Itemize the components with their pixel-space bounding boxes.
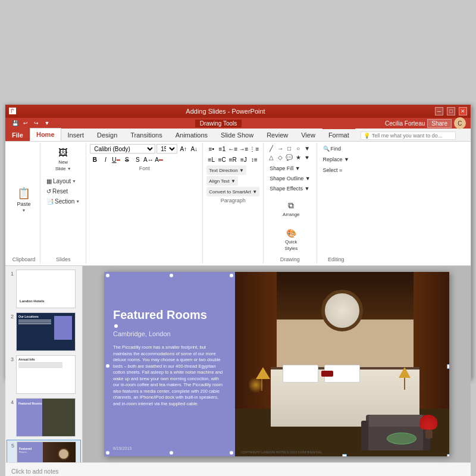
resize-handle-right[interactable]: [447, 364, 449, 369]
layout-button[interactable]: ▦ Layout▼: [44, 176, 82, 186]
shape-effects-button[interactable]: Shape Effects ▼: [267, 184, 312, 193]
handle-br[interactable]: [230, 451, 233, 455]
shape-oval[interactable]: ○: [294, 144, 302, 152]
slide-thumb-2[interactable]: 2 Our Locations: [7, 311, 81, 352]
reset-button[interactable]: ↺ Reset: [44, 186, 82, 196]
increase-indent-button[interactable]: →≡: [239, 144, 248, 154]
resize-handle-br[interactable]: [447, 454, 449, 456]
justify-button[interactable]: ≡J: [239, 155, 248, 164]
new-slide-button[interactable]: 🖼 NewSlide ▼: [48, 144, 78, 175]
shape-outline-button[interactable]: Shape Outline ▼: [267, 174, 312, 183]
undo-qat-button[interactable]: ↩: [21, 118, 30, 128]
shape-heart[interactable]: ♥: [303, 153, 311, 161]
slide-thumb-1[interactable]: 1 Landon Hotels: [7, 268, 81, 309]
slide-title[interactable]: Featured Rooms: [113, 308, 226, 322]
clipboard-group: 📋 Paste ▼ Clipboard: [8, 143, 40, 264]
shape-fill-button[interactable]: Shape Fill ▼: [267, 164, 312, 173]
slide-thumb-3[interactable]: 3 Annual Info: [7, 354, 81, 395]
font-group: Calibri (Body) 15 A↑ A↓ B I U S S: [86, 143, 203, 264]
handle-tl[interactable]: [106, 274, 109, 277]
close-button[interactable]: ✕: [459, 107, 467, 115]
bullets-button[interactable]: ≡•: [206, 144, 216, 154]
shape-tri[interactable]: △: [267, 153, 275, 161]
quick-styles-button[interactable]: 🎨 QuickStyles: [280, 224, 302, 255]
slide-thumb-4[interactable]: 4 Featured Rooms: [7, 397, 81, 438]
redo-qat-button[interactable]: ↪: [32, 118, 41, 128]
qat-customize-button[interactable]: ▼: [42, 118, 52, 128]
font-color-button[interactable]: A: [154, 155, 164, 164]
align-text-button[interactable]: Align Text ▼: [206, 176, 238, 186]
tell-me-input[interactable]: [372, 133, 453, 139]
minimize-button[interactable]: ─: [435, 107, 443, 115]
handle-ml[interactable]: [106, 364, 109, 368]
line-spacing-button[interactable]: ↕≡: [249, 155, 259, 164]
slide-preview-5[interactable]: Featured Rooms: [17, 441, 76, 462]
tab-review[interactable]: Review: [260, 128, 295, 141]
shape-line[interactable]: ╱: [267, 144, 275, 152]
tab-home[interactable]: Home: [30, 128, 61, 141]
decrease-indent-button[interactable]: ←≡: [228, 144, 237, 154]
slide-preview-4[interactable]: Featured Rooms: [16, 398, 76, 437]
tab-slideshow[interactable]: Slide Show: [214, 128, 260, 141]
slide-right-panel: COPYRIGHT LANDON HOTELS 2013 CONFIDENTIA…: [235, 272, 449, 456]
new-slide-icon: 🖼: [58, 148, 68, 158]
handle-tr[interactable]: [230, 274, 233, 277]
align-center-button[interactable]: ≡C: [217, 155, 227, 164]
strikethrough-button[interactable]: S: [122, 155, 131, 164]
paste-button[interactable]: 📋 Paste ▼: [11, 184, 36, 215]
numbering-button[interactable]: ≡1: [217, 144, 227, 154]
font-name-select[interactable]: Calibri (Body): [90, 144, 155, 154]
handle-bl[interactable]: [106, 451, 109, 455]
convert-smartart-button[interactable]: Convert to SmartArt ▼: [206, 187, 259, 196]
drawing-tools-tab[interactable]: Drawing Tools: [195, 120, 242, 127]
increase-font-size-button[interactable]: A↑: [178, 144, 188, 154]
bold-button[interactable]: B: [90, 155, 99, 164]
slide-canvas[interactable]: Featured Rooms Cambridge, London The Pic…: [104, 272, 449, 456]
notes-area[interactable]: Click to add notes: [5, 462, 471, 476]
find-button[interactable]: 🔍 Find: [321, 144, 344, 154]
decrease-font-size-button[interactable]: A↓: [189, 144, 199, 154]
shape-rect[interactable]: □: [285, 144, 293, 152]
align-left-button[interactable]: ≡L: [206, 155, 216, 164]
tab-animations[interactable]: Animations: [169, 128, 214, 141]
handle-tc[interactable]: [170, 274, 173, 277]
shape-callout[interactable]: 💬: [285, 153, 293, 161]
char-spacing-button[interactable]: A↔: [143, 155, 153, 164]
share-button[interactable]: Share: [427, 119, 452, 128]
save-qat-button[interactable]: 💾: [10, 118, 20, 128]
tab-design[interactable]: Design: [90, 128, 124, 141]
slide-preview-2[interactable]: Our Locations: [16, 312, 76, 351]
shape-arrow[interactable]: →: [276, 144, 284, 152]
tab-view[interactable]: View: [295, 128, 322, 141]
shadow-button[interactable]: S: [133, 155, 142, 164]
slide-subtitle[interactable]: Cambridge, London: [113, 330, 226, 337]
slide-body[interactable]: The Piccadilly room has a smaller footpr…: [113, 345, 226, 407]
align-right-button[interactable]: ≡R: [228, 155, 237, 164]
restore-button[interactable]: □: [447, 107, 455, 115]
tab-file[interactable]: File: [5, 128, 30, 141]
slide-preview-3[interactable]: Annual Info: [16, 355, 76, 394]
font-size-select[interactable]: 15: [156, 144, 177, 154]
section-button[interactable]: 📑 Section▼: [44, 196, 82, 206]
text-direction-button[interactable]: Text Direction ▼: [206, 165, 246, 175]
tab-format[interactable]: Format: [322, 128, 356, 141]
tell-me-box[interactable]: 💡: [361, 131, 456, 140]
underline-button[interactable]: U: [111, 155, 121, 164]
shape-diamond[interactable]: ◇: [276, 153, 284, 161]
resize-handle-bottom[interactable]: [342, 454, 347, 456]
flowers: [419, 415, 437, 439]
italic-button[interactable]: I: [101, 155, 110, 164]
select-button[interactable]: Select =: [321, 165, 345, 175]
tab-insert[interactable]: Insert: [61, 128, 91, 141]
replace-button[interactable]: Replace ▼: [321, 155, 352, 164]
shape-star[interactable]: ★: [294, 153, 302, 161]
shape-more[interactable]: ▼: [303, 144, 311, 152]
cols-button[interactable]: ⋮≡: [249, 144, 259, 154]
tab-transitions[interactable]: Transitions: [124, 128, 168, 141]
canvas-area: Featured Rooms Cambridge, London The Pic…: [83, 266, 471, 462]
slide-preview-1[interactable]: Landon Hotels: [16, 270, 76, 308]
handle-bc[interactable]: [170, 451, 173, 455]
slide-thumb-5[interactable]: 5 Featured Rooms: [7, 440, 81, 462]
avatar[interactable]: C: [454, 117, 466, 129]
arrange-button[interactable]: ⧉ Arrange: [280, 193, 302, 224]
